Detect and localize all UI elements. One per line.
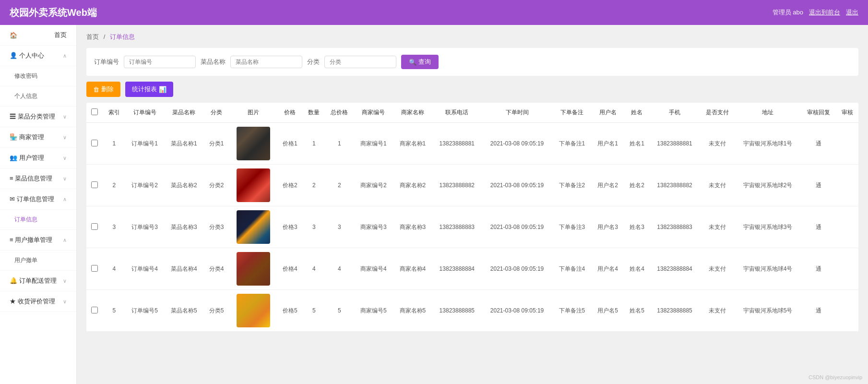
stats-button[interactable]: 统计报表 📊 <box>125 82 173 97</box>
cell-username: 用户名1 <box>592 123 624 165</box>
search-button[interactable]: 🔍 查询 <box>401 55 439 69</box>
chevron-icon-2: ∨ <box>63 114 67 120</box>
col-review: 审核 <box>836 103 858 123</box>
cell-total: 1 <box>325 123 354 165</box>
cell-review[interactable] <box>836 123 858 165</box>
cell-price: 价格3 <box>277 206 303 248</box>
dish-image <box>237 127 270 160</box>
cell-fullname: 姓名3 <box>624 206 650 248</box>
chevron-icon-6: ∧ <box>63 196 67 203</box>
sidebar-item-dish-mgmt[interactable]: ≡ 菜品信息管理 ∨ <box>0 168 76 189</box>
sidebar-item-review-mgmt[interactable]: ★ 收货评价管理 ∨ <box>0 291 76 312</box>
dish-label: 菜品名称 <box>201 58 226 66</box>
breadcrumb-current: 订单信息 <box>110 33 135 40</box>
cell-address: 宇宙银河系地球5号 <box>735 290 801 332</box>
sidebar-item-delivery-mgmt[interactable]: 🔔 订单配送管理 ∨ <box>0 271 76 291</box>
chevron-icon-7: ∧ <box>63 237 67 243</box>
person-icon: 👤 <box>10 52 17 59</box>
chevron-icon-8: ∨ <box>63 278 67 284</box>
order-search-input[interactable] <box>124 56 196 68</box>
complaint-icon: ≡ <box>10 236 13 243</box>
cell-address: 宇宙银河系地球3号 <box>735 206 801 248</box>
link-back[interactable]: 退出到前台 <box>809 8 840 17</box>
row-checkbox[interactable] <box>91 223 98 230</box>
cell-merchant-no: 商家编号3 <box>354 206 393 248</box>
cell-merchant-no: 商家编号5 <box>354 290 393 332</box>
cell-review-reply: 通 <box>801 248 836 290</box>
cell-image <box>229 290 277 332</box>
row-checkbox[interactable] <box>91 307 98 313</box>
cell-order-time: 2021-03-08 09:05:19 <box>482 290 552 332</box>
category-icon: ☰ <box>10 113 16 120</box>
sidebar-item-personal-info[interactable]: 个人信息 <box>0 86 76 107</box>
sidebar-item-order-info[interactable]: 订单信息 <box>0 210 76 230</box>
cell-phone: 13823888884 <box>432 248 482 290</box>
cell-image <box>229 248 277 290</box>
cell-qty: 2 <box>303 165 325 206</box>
category-search-input[interactable] <box>324 56 396 68</box>
link-exit[interactable]: 退出 <box>846 8 858 17</box>
cell-mobile: 13823888885 <box>650 290 699 332</box>
search-bar: 订单编号 菜品名称 分类 🔍 查询 <box>86 48 858 76</box>
delete-icon: 🗑 <box>93 86 99 93</box>
table-row: 2 订单编号2 菜品名称2 分类2 价格2 2 2 商家编号2 商家名称2 13… <box>86 165 858 206</box>
chevron-icon-9: ∨ <box>63 299 67 305</box>
layout: 🏠 首页 👤 个人中心 ∧ 修改密码 个人信息 ☰ 菜品分类管理 ∨ 🏪 商家管… <box>0 25 868 384</box>
cell-order-no: 订单编号2 <box>125 165 165 206</box>
delivery-icon: 🔔 <box>10 277 17 284</box>
category-label: 分类 <box>307 58 320 66</box>
sidebar-item-personal-center[interactable]: 👤 个人中心 ∧ <box>0 46 76 66</box>
sidebar-item-home[interactable]: 🏠 首页 <box>0 25 76 46</box>
col-dish-name: 菜品名称 <box>164 103 203 123</box>
cell-review[interactable] <box>836 206 858 248</box>
select-all-checkbox[interactable] <box>91 108 98 115</box>
sidebar: 🏠 首页 👤 个人中心 ∧ 修改密码 个人信息 ☰ 菜品分类管理 ∨ 🏪 商家管… <box>0 25 77 384</box>
cell-index: 2 <box>103 165 125 206</box>
cell-dish-name: 菜品名称5 <box>164 290 203 332</box>
cell-remark: 下单备注1 <box>552 123 592 165</box>
cell-review-reply: 通 <box>801 290 836 332</box>
cell-mobile: 13823888883 <box>650 206 699 248</box>
cell-merchant-name: 商家名称2 <box>393 165 432 206</box>
row-checkbox[interactable] <box>91 140 98 146</box>
breadcrumb-sep: / <box>104 33 107 40</box>
cell-total: 2 <box>325 165 354 206</box>
cell-remark: 下单备注2 <box>552 165 592 206</box>
dish-search-input[interactable] <box>230 56 302 68</box>
cell-review-reply: 通 <box>801 206 836 248</box>
dish-image <box>237 252 270 286</box>
sidebar-item-category-mgmt[interactable]: ☰ 菜品分类管理 ∨ <box>0 107 76 127</box>
col-total: 总价格 <box>325 103 354 123</box>
cell-review[interactable] <box>836 165 858 206</box>
chevron-icon-3: ∨ <box>63 134 67 141</box>
col-address: 地址 <box>735 103 801 123</box>
cell-total: 4 <box>325 248 354 290</box>
sidebar-item-order-mgmt[interactable]: ✉ 订单信息管理 ∧ <box>0 189 76 210</box>
cell-address: 宇宙银河系地球2号 <box>735 165 801 206</box>
sidebar-item-user-mgmt[interactable]: 👥 用户管理 ∨ <box>0 148 76 168</box>
cell-phone: 13823888885 <box>432 290 482 332</box>
col-username: 用户名 <box>592 103 624 123</box>
sidebar-item-change-password[interactable]: 修改密码 <box>0 66 76 86</box>
cell-total: 5 <box>325 290 354 332</box>
sidebar-item-complaint-mgmt[interactable]: ≡ 用户撤单管理 ∧ <box>0 230 76 251</box>
cell-review[interactable] <box>836 290 858 332</box>
col-price: 价格 <box>277 103 303 123</box>
cell-paid: 未支付 <box>700 123 735 165</box>
dish-image <box>237 168 270 202</box>
delete-button[interactable]: 🗑 删除 <box>86 82 120 97</box>
dish-icon: ≡ <box>10 175 13 182</box>
breadcrumb-home[interactable]: 首页 <box>86 33 99 40</box>
cell-username: 用户名3 <box>592 206 624 248</box>
sidebar-item-merchant-mgmt[interactable]: 🏪 商家管理 ∨ <box>0 127 76 148</box>
cell-category: 分类2 <box>203 165 229 206</box>
action-bar: 🗑 删除 统计报表 📊 <box>86 82 858 97</box>
cell-index: 3 <box>103 206 125 248</box>
row-checkbox[interactable] <box>91 181 98 188</box>
cell-merchant-name: 商家名称3 <box>393 206 432 248</box>
cell-price: 价格4 <box>277 248 303 290</box>
cell-paid: 未支付 <box>700 165 735 206</box>
row-checkbox[interactable] <box>91 265 98 272</box>
cell-review[interactable] <box>836 248 858 290</box>
sidebar-item-complaint-list[interactable]: 用户撤单 <box>0 251 76 271</box>
